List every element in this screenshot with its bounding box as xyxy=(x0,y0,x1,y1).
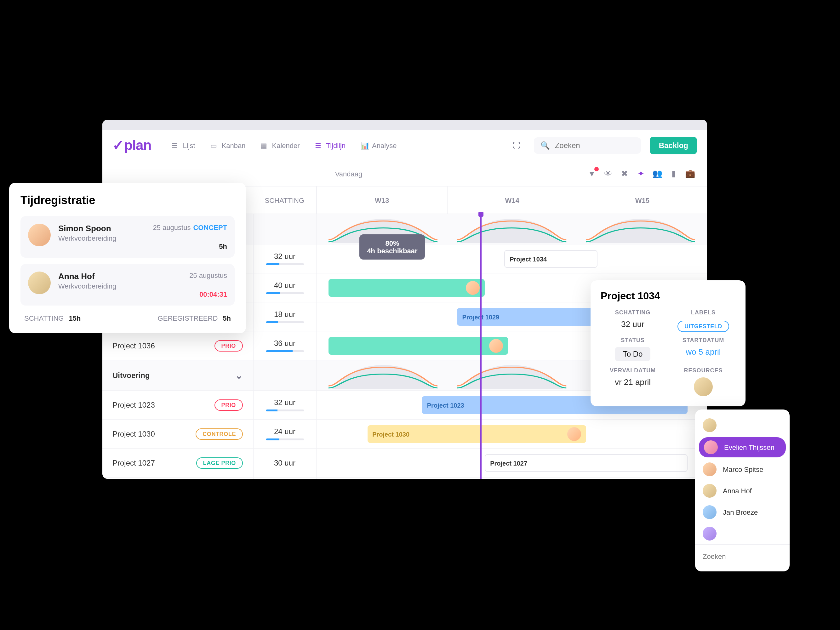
tab-tijdlijn[interactable]: ☰Tijdlijn xyxy=(309,137,351,153)
resource-option[interactable] xyxy=(695,415,789,436)
fullscreen-icon[interactable]: ⛶ xyxy=(507,136,525,154)
label-pill: PRIO xyxy=(214,340,243,351)
status-chip[interactable]: To Do xyxy=(615,347,650,361)
timeline-bar[interactable]: Project 1034 xyxy=(504,250,598,268)
project-row[interactable]: Project 1030CONTROLE xyxy=(103,420,253,448)
resource-option-selected[interactable]: Evelien Thijssen xyxy=(699,437,786,457)
view-tabs: ☰Lijst ▭Kanban ▦Kalender ☰Tijdlijn 📊Anal… xyxy=(166,137,401,153)
estimate-column: 32 uur 40 uur 18 uur 36 uur 32 uur 24 uu… xyxy=(254,214,317,479)
tab-lijst[interactable]: ☰Lijst xyxy=(166,137,200,153)
analyse-icon: 📊 xyxy=(361,141,368,149)
task-name: Werkvoorbereiding xyxy=(58,282,182,290)
avatar xyxy=(567,427,581,441)
label-pill: UITGESTELD xyxy=(677,321,729,332)
label-pill: CONTROLE xyxy=(196,428,243,439)
avatar xyxy=(466,281,479,295)
project-row[interactable]: Project 1023PRIO xyxy=(103,391,253,420)
detail-estimate: 32 uur xyxy=(601,319,665,329)
timer-value: 00:04:31 xyxy=(189,291,227,298)
filter-icon[interactable]: ▼ xyxy=(585,167,599,180)
team-icon[interactable]: 👥 xyxy=(651,167,664,180)
tab-kanban[interactable]: ▭Kanban xyxy=(205,137,250,153)
avatar xyxy=(28,224,51,246)
resource-search[interactable] xyxy=(703,553,782,560)
resource-option[interactable]: Jan Broeze xyxy=(695,502,789,523)
project-name: Project 1023 xyxy=(112,400,207,409)
resource-avatar[interactable] xyxy=(694,377,713,396)
time-entry[interactable]: Anna Hof Werkvoorbereiding 25 augustus 0… xyxy=(21,264,235,306)
project-row[interactable]: Project 1027LAGE PRIO xyxy=(103,448,253,478)
logo[interactable]: plan xyxy=(112,137,151,153)
kanban-icon: ▭ xyxy=(210,141,218,149)
avatar xyxy=(703,463,717,476)
tab-label: Tijdlijn xyxy=(326,141,346,149)
list-icon: ☰ xyxy=(171,141,179,149)
estimate-cell: 24 uur xyxy=(254,420,316,448)
calendar-icon: ▦ xyxy=(261,141,268,149)
weeks-header: W13 W14 W15 xyxy=(317,186,707,213)
avatar xyxy=(703,484,717,498)
avatar xyxy=(28,272,51,294)
availability-tooltip: 80%4h beschikbaar xyxy=(359,234,425,260)
tab-label: Kalender xyxy=(272,141,300,149)
estimate-header: SCHATTING xyxy=(253,186,316,213)
estimate-cell: 36 uur xyxy=(254,332,316,360)
week-col: W14 xyxy=(447,186,577,213)
timeline-icon: ☰ xyxy=(315,141,322,149)
search-field[interactable] xyxy=(555,141,635,150)
avatar xyxy=(489,339,503,353)
resource-option[interactable]: Anna Hof xyxy=(695,480,789,502)
project-name: Project 1030 xyxy=(112,429,188,438)
project-name: Project 1027 xyxy=(112,458,189,467)
week-col: W15 xyxy=(577,186,707,213)
search-input[interactable]: 🔍 xyxy=(534,137,641,153)
timeline-bar[interactable]: Project 1030 xyxy=(367,425,586,443)
due-date: vr 21 april xyxy=(601,377,665,387)
tab-label: Lijst xyxy=(183,141,195,149)
backlog-button[interactable]: Backlog xyxy=(650,136,697,154)
group-name: Uitvoering xyxy=(112,371,150,380)
today-label[interactable]: Vandaag xyxy=(112,170,585,177)
estimate-cell: 18 uur xyxy=(254,302,316,332)
entry-date: 25 augustus xyxy=(189,272,227,279)
time-registration-panel: Tijdregistratie Simon Spoon Werkvoorbere… xyxy=(9,183,246,333)
chevron-down-icon: ⌄ xyxy=(235,370,243,380)
eye-icon[interactable]: 👁 xyxy=(601,167,615,180)
resource-option[interactable] xyxy=(695,523,789,544)
person-name: Simon Spoon xyxy=(58,224,145,233)
tab-label: Analyse xyxy=(372,141,396,149)
mouse-icon[interactable]: ▮ xyxy=(667,167,681,180)
estimate-cell: 40 uur xyxy=(254,273,316,302)
start-date[interactable]: wo 5 april xyxy=(671,347,736,357)
app-header: plan ☰Lijst ▭Kanban ▦Kalender ☰Tijdlijn … xyxy=(103,130,707,161)
project-detail-panel: Project 1034 SCHATTING32 uur LABELSUITGE… xyxy=(591,280,745,406)
detail-title: Project 1034 xyxy=(601,291,736,302)
timeline-bar[interactable]: Project 1027 xyxy=(485,454,688,472)
briefcase-icon[interactable]: 💼 xyxy=(683,167,697,180)
tab-kalender[interactable]: ▦Kalender xyxy=(256,137,305,153)
entry-date: 25 augustus xyxy=(153,224,191,231)
puzzle-icon[interactable]: ✦ xyxy=(634,167,648,180)
now-indicator xyxy=(480,214,482,479)
tools-icon[interactable]: ✖ xyxy=(617,167,632,180)
estimate-cell: 32 uur xyxy=(254,391,316,420)
search-icon: 🔍 xyxy=(540,141,549,150)
group-header[interactable]: Uitvoering⌄ xyxy=(103,360,253,391)
estimate-cell: 32 uur xyxy=(254,245,316,273)
avatar xyxy=(704,441,718,454)
resource-picker: Evelien Thijssen Marco Spitse Anna Hof J… xyxy=(695,409,789,572)
project-name: Project 1036 xyxy=(112,341,207,350)
label-pill: PRIO xyxy=(214,399,243,411)
tab-analyse[interactable]: 📊Analyse xyxy=(355,137,401,153)
time-entry[interactable]: Simon Spoon Werkvoorbereiding 25 augustu… xyxy=(21,216,235,258)
resource-option[interactable]: Marco Spitse xyxy=(695,459,789,480)
project-row[interactable]: Project 1036PRIO xyxy=(103,332,253,360)
panel-footer: SCHATTING15h GEREGISTREERD5h xyxy=(21,312,235,322)
label-pill: LAGE PRIO xyxy=(196,457,243,468)
week-col: W13 xyxy=(317,186,447,213)
avatar xyxy=(703,505,717,519)
avatar xyxy=(703,418,717,432)
window-titlebar xyxy=(103,120,707,130)
timeline-bar[interactable] xyxy=(328,279,485,297)
panel-title: Tijdregistratie xyxy=(21,194,235,207)
